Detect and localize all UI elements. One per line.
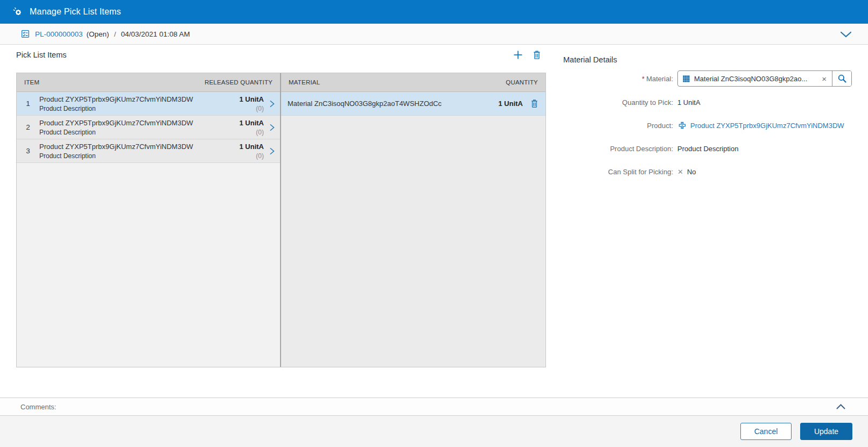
material-label: Material: xyxy=(646,75,673,83)
item-released-qty: 1 UnitA xyxy=(240,143,264,151)
product-description-label: Product Description: xyxy=(563,145,673,153)
header-collapse-chevron-down-icon[interactable] xyxy=(840,31,852,38)
comments-collapse-chevron-up-icon[interactable] xyxy=(836,404,845,409)
item-number: 2 xyxy=(17,123,39,131)
material-token-icon xyxy=(683,75,690,82)
items-table-header: ITEM RELEASED QUANTITY xyxy=(17,73,280,92)
breadcrumb-separator: / xyxy=(114,30,116,38)
value-help-button[interactable] xyxy=(832,71,851,86)
row-navigate-button[interactable] xyxy=(264,100,280,108)
material-details-title: Material Details xyxy=(563,55,852,64)
item-description: Product Description xyxy=(39,129,240,136)
item-released-count: (0) xyxy=(240,129,264,136)
comments-label: Comments: xyxy=(20,403,56,411)
material-details-panel: Material Details *Material: Material ZnC… xyxy=(563,55,852,217)
product-field-row: Product: Product ZYXP5Tprbx9GjKUmz7CfvmY… xyxy=(563,120,852,131)
material-row[interactable]: Material ZnC3isoqNO03G8gkp2aoT4WSHZOdCc … xyxy=(281,92,545,116)
item-released-qty: 1 UnitA xyxy=(240,119,264,127)
pick-list-item-row[interactable]: 3 Product ZYXP5Tprbx9GjKUmz7CfvmYiNDM3DW… xyxy=(17,139,280,163)
decline-x-icon: ✕ xyxy=(677,168,683,176)
app-header: Manage Pick List Items xyxy=(0,0,868,24)
item-description: Product Description xyxy=(39,105,240,112)
object-header: PL-000000003 (Open) / 04/03/2021 01:08 A… xyxy=(0,24,868,45)
delete-material-button[interactable] xyxy=(530,98,539,109)
pick-list-items-title: Pick List Items xyxy=(16,51,66,59)
picklist-status: (Open) xyxy=(87,30,109,38)
pick-list-item-row[interactable]: 1 Product ZYXP5Tprbx9GjKUmz7CfvmYiNDM3DW… xyxy=(17,92,280,116)
item-released-count: (0) xyxy=(240,105,264,112)
required-marker: * xyxy=(642,75,645,83)
item-number: 3 xyxy=(17,147,39,155)
product-description-field-row: Product Description: Product Description xyxy=(563,143,852,154)
action-footer: Cancel Update xyxy=(0,416,868,447)
materials-pane: MATERIAL QUANTITY Material ZnC3isoqNO03G… xyxy=(281,73,545,367)
picklist-timestamp: 04/03/2021 01:08 AM xyxy=(121,30,190,38)
trash-icon xyxy=(532,49,542,60)
plus-icon xyxy=(513,49,523,60)
add-item-button[interactable] xyxy=(513,49,523,60)
material-field-row: *Material: Material ZnC3isoqNO03G8gkp2ao… xyxy=(563,70,852,87)
item-product: Product ZYXP5Tprbx9GjKUmz7CfvmYiNDM3DW xyxy=(39,119,240,127)
item-product: Product ZYXP5Tprbx9GjKUmz7CfvmYiNDM3DW xyxy=(39,95,240,103)
comments-section-bar: Comments: xyxy=(0,398,868,416)
quantity-to-pick-value: 1 UnitA xyxy=(677,98,701,107)
can-split-label: Can Split for Picking: xyxy=(563,168,673,176)
material-name: Material ZnC3isoqNO03G8gkp2aoT4WSHZOdCc xyxy=(288,100,499,108)
item-product: Product ZYXP5Tprbx9GjKUmz7CfvmYiNDM3DW xyxy=(39,143,240,151)
column-header-material: MATERIAL xyxy=(289,79,320,86)
item-released-qty: 1 UnitA xyxy=(240,95,264,103)
trash-icon xyxy=(530,98,539,109)
page-title: Manage Pick List Items xyxy=(30,7,121,17)
pick-list-toolbar xyxy=(513,49,546,60)
row-navigate-button[interactable] xyxy=(264,123,280,132)
chevron-right-icon xyxy=(268,100,276,108)
settings-gear-icon xyxy=(12,6,24,18)
can-split-value: No xyxy=(687,168,696,176)
item-number: 1 xyxy=(17,100,39,108)
quantity-field-row: Quantity to Pick: 1 UnitA xyxy=(563,97,852,108)
pick-list-section-header: Pick List Items xyxy=(16,49,546,60)
delete-item-button[interactable] xyxy=(532,49,542,60)
material-token-text: Material ZnC3isoqNO03G8gkp2ao... xyxy=(694,75,816,83)
column-header-released-quantity: RELEASED QUANTITY xyxy=(205,79,272,86)
items-pane: ITEM RELEASED QUANTITY 1 Product ZYXP5Tp… xyxy=(17,73,280,367)
materials-table-header: MATERIAL QUANTITY xyxy=(281,73,545,92)
row-navigate-button[interactable] xyxy=(264,147,280,155)
chevron-right-icon xyxy=(268,123,276,132)
product-icon xyxy=(677,120,687,130)
pick-list-item-row[interactable]: 2 Product ZYXP5Tprbx9GjKUmz7CfvmYiNDM3DW… xyxy=(17,116,280,139)
manage-pick-list-screen: Manage Pick List Items PL-000000003 (Ope… xyxy=(0,0,868,447)
pick-list-table: ITEM RELEASED QUANTITY 1 Product ZYXP5Tp… xyxy=(16,73,546,367)
column-header-item: ITEM xyxy=(24,79,39,86)
picklist-icon xyxy=(20,29,30,39)
column-header-quantity: QUANTITY xyxy=(506,79,538,86)
picklist-id-link[interactable]: PL-000000003 xyxy=(35,30,83,38)
material-combo-input[interactable]: Material ZnC3isoqNO03G8gkp2ao... × xyxy=(677,70,852,87)
search-icon xyxy=(837,74,847,83)
can-split-field-row: Can Split for Picking: ✕ No xyxy=(563,166,852,177)
product-link[interactable]: Product ZYXP5Tprbx9GjKUmz7CfvmYiNDM3DW xyxy=(690,122,844,130)
item-released-count: (0) xyxy=(240,152,264,160)
clear-icon[interactable]: × xyxy=(816,74,832,83)
product-label: Product: xyxy=(563,122,673,130)
quantity-to-pick-label: Quantity to Pick: xyxy=(563,98,673,107)
product-description-value: Product Description xyxy=(677,145,738,153)
item-description: Product Description xyxy=(39,152,240,160)
cancel-button[interactable]: Cancel xyxy=(740,423,792,440)
material-qty: 1 UnitA xyxy=(499,100,523,108)
chevron-right-icon xyxy=(268,147,276,155)
update-button[interactable]: Update xyxy=(800,423,852,440)
